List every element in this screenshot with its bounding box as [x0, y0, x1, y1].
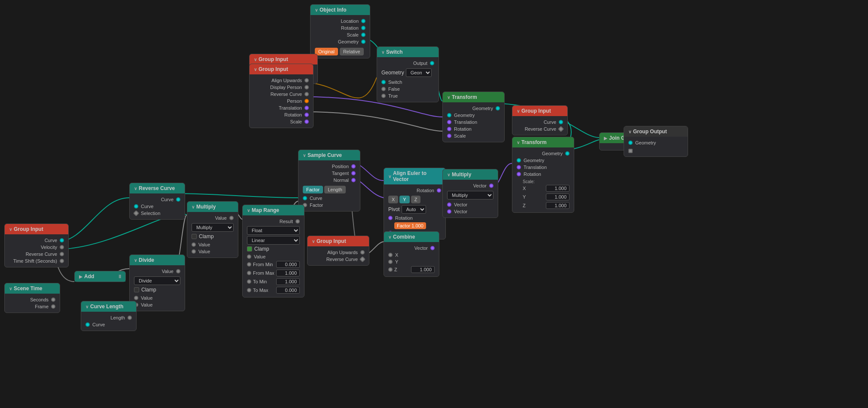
- multiply-left-header[interactable]: ∨ Multiply: [187, 202, 238, 212]
- to-min-label: To Min: [253, 279, 267, 284]
- seconds-socket: [51, 298, 55, 302]
- rotation-in-ae-label: Rotation: [395, 215, 413, 221]
- to-max-val[interactable]: 0.000: [276, 287, 300, 294]
- y-in-cx: [388, 260, 393, 264]
- switch-title: Switch: [386, 49, 403, 55]
- z-val-cx[interactable]: 1.000: [411, 266, 435, 273]
- trans-in-tr-label: Translation: [524, 165, 547, 170]
- object-info-header[interactable]: ∨ Object Info: [311, 5, 370, 15]
- curve-length-title: Curve Length: [90, 304, 123, 310]
- multiply-right-header[interactable]: ∨ Multiply: [443, 169, 498, 180]
- group-input-br-title: Group Input: [317, 238, 346, 244]
- value-in-mr: [247, 255, 251, 259]
- scale-x-val-tr[interactable]: 1.000: [546, 185, 570, 192]
- collapse-icon[interactable]: ∨: [315, 8, 318, 12]
- collapse-icon-rc[interactable]: ∨: [134, 186, 137, 191]
- sample-curve-node: ∨ Sample Curve Position Tangent Normal F…: [298, 150, 360, 212]
- float-dropdown-mr[interactable]: Float: [247, 226, 300, 235]
- reverse-curve-header[interactable]: ∨ Reverse Curve: [130, 183, 185, 193]
- collapse-icon-ae[interactable]: ∨: [388, 174, 391, 179]
- collapse-icon-gir[interactable]: ∨: [517, 109, 520, 114]
- divide-dropdown[interactable]: Divide: [134, 276, 180, 285]
- relative-button[interactable]: Relative: [340, 48, 364, 55]
- curve-in-sc-label: Curve: [310, 196, 322, 201]
- clamp-cb-dv[interactable]: [134, 287, 139, 292]
- switch-node: ∨ Switch Output Geometry Geometry Switch…: [377, 46, 439, 102]
- collapse-icon-mr[interactable]: ∨: [447, 172, 450, 177]
- from-min-val[interactable]: 0.000: [276, 261, 300, 268]
- value-in-mr-label: Value: [254, 254, 265, 259]
- length-tab[interactable]: Length: [324, 186, 346, 193]
- sample-curve-header[interactable]: ∨ Sample Curve: [298, 150, 360, 160]
- curve-length-header[interactable]: ∨ Curve Length: [81, 301, 136, 312]
- collapse-icon-tt[interactable]: ∨: [447, 95, 450, 100]
- to-max-socket: [247, 288, 251, 292]
- normal-label-sc: Normal: [334, 178, 349, 183]
- factor-badge: Factor 1.000: [394, 222, 426, 229]
- collapse-icon-go[interactable]: ∨: [628, 129, 631, 134]
- align-up-socket: [305, 78, 309, 83]
- group-input-top-header[interactable]: ∨ Group Input: [250, 54, 317, 64]
- group-input-right-header[interactable]: ∨ Group Input: [512, 106, 567, 116]
- collapse-icon-sw[interactable]: ∨: [381, 50, 384, 55]
- collapse-icon-dv[interactable]: ∨: [134, 258, 137, 263]
- to-min-val[interactable]: 1.000: [276, 278, 300, 285]
- collapse-icon-cl[interactable]: ∨: [85, 304, 88, 309]
- multiply-dropdown-ml[interactable]: Multiply: [192, 223, 234, 232]
- add-header[interactable]: ▶ Add II: [75, 271, 125, 282]
- to-min-socket: [247, 279, 251, 284]
- original-button[interactable]: Original: [315, 48, 338, 55]
- transform-right-node: ∨ Transform Geometry Geometry Translatio…: [512, 137, 574, 213]
- group-input-mid-header[interactable]: ∨ Group Input: [250, 64, 313, 74]
- false-socket: [381, 87, 386, 91]
- geometry-dropdown[interactable]: Geometry: [406, 68, 432, 77]
- transform-right-header[interactable]: ∨ Transform: [512, 137, 574, 147]
- combine-xyz-header[interactable]: ∨ Combine: [384, 232, 439, 242]
- collapse-icon-ml[interactable]: ∨: [192, 205, 195, 209]
- reverse-curve-out: Reverse Curve: [271, 92, 302, 97]
- collapse-icon-2[interactable]: ∨: [254, 57, 257, 62]
- clamp-cb-ml[interactable]: [192, 234, 197, 239]
- pivot-dropdown[interactable]: Auto: [402, 205, 426, 214]
- axis-y-btn[interactable]: Y: [399, 196, 409, 203]
- tangent-label-sc: Tangent: [332, 171, 349, 176]
- collapse-icon-3[interactable]: ∨: [254, 67, 257, 72]
- group-input-left-title: Group Input: [14, 226, 43, 232]
- transform-top-header[interactable]: ∨ Transform: [443, 92, 504, 102]
- axis-z-btn[interactable]: Z: [411, 196, 421, 203]
- switch-header[interactable]: ∨ Switch: [377, 47, 439, 57]
- factor-tab[interactable]: Factor: [303, 186, 323, 193]
- collapse-icon-gl[interactable]: ∨: [9, 227, 12, 232]
- map-range-header[interactable]: ∨ Map Range: [243, 205, 304, 215]
- collapse-icon-st[interactable]: ∨: [9, 286, 12, 291]
- geometry-socket: [361, 40, 365, 44]
- from-max-val[interactable]: 1.000: [276, 270, 300, 276]
- scene-time-header[interactable]: ∨ Scene Time: [5, 283, 60, 294]
- axis-x-btn[interactable]: X: [388, 196, 398, 203]
- collapse-icon-sc[interactable]: ∨: [303, 153, 306, 158]
- collapse-icon-mr2[interactable]: ∨: [247, 208, 250, 213]
- geometry-label: Geometry: [338, 39, 359, 44]
- scale-y-val-tr[interactable]: 1.000: [546, 193, 570, 200]
- divide-node: ∨ Divide Value Divide Clamp Value Value: [129, 255, 185, 311]
- linear-dropdown-mr[interactable]: Linear: [247, 236, 300, 245]
- group-input-top-title: Group Input: [259, 56, 288, 62]
- collapse-icon-tr[interactable]: ∨: [517, 140, 520, 145]
- group-input-left-header[interactable]: ∨ Group Input: [5, 224, 68, 234]
- curve-out-socket-r: [559, 120, 563, 124]
- group-output-header[interactable]: ∨ Group Output: [624, 126, 688, 137]
- group-input-br-header[interactable]: ∨ Group Input: [308, 236, 369, 246]
- rot-in-tr-label: Rotation: [524, 172, 541, 177]
- clamp-cb-mr[interactable]: [247, 246, 252, 252]
- multiply-dropdown-mr[interactable]: Multiply: [447, 191, 493, 199]
- collapse-icon-br[interactable]: ∨: [312, 239, 315, 244]
- reverse-curve-node: ∨ Reverse Curve Curve Curve Selection: [129, 183, 185, 220]
- curve-in-rc: [134, 204, 138, 209]
- divide-header[interactable]: ∨ Divide: [130, 255, 185, 265]
- add-title: Add: [84, 273, 94, 279]
- align-euler-header[interactable]: ∨ Align Euler to Vector: [384, 168, 445, 184]
- vector-out-socket-cx: [430, 246, 435, 250]
- vector-out-mr: Vector: [473, 183, 487, 188]
- scale-z-val-tr[interactable]: 1.000: [546, 202, 570, 209]
- collapse-icon-cx[interactable]: ∨: [388, 235, 391, 239]
